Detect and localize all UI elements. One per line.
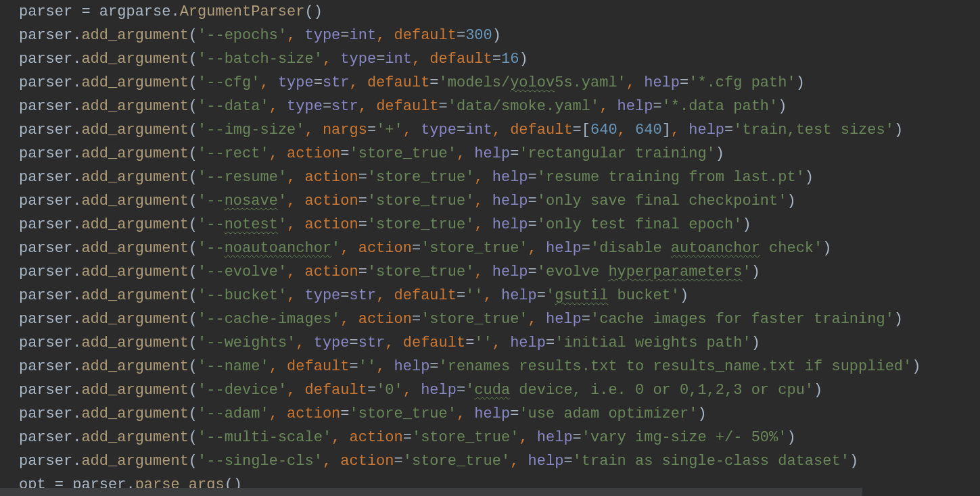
code-line[interactable]: parser.add_argument('--single-cls', acti… xyxy=(19,449,980,473)
code-token: ' xyxy=(465,382,474,399)
code-token: , xyxy=(412,51,429,68)
code-editor[interactable]: parser = argparse.ArgumentParser()parser… xyxy=(0,0,980,496)
code-line[interactable]: parser = argparse.ArgumentParser() xyxy=(19,0,980,24)
code-line[interactable]: parser.add_argument('--adam', action='st… xyxy=(19,402,980,426)
code-token: , xyxy=(340,240,358,257)
code-token: = xyxy=(340,145,349,162)
code-token: ) xyxy=(680,287,689,304)
code-token: parser. xyxy=(19,98,81,115)
code-token: '--cache-images' xyxy=(197,311,340,328)
code-token: parser = argparse. xyxy=(19,3,180,20)
code-token: = xyxy=(457,287,465,304)
code-token: type xyxy=(305,287,341,304)
code-token: ) xyxy=(519,51,528,68)
code-token: , xyxy=(457,145,474,162)
code-token: add_argument xyxy=(81,27,188,44)
code-line[interactable]: parser.add_argument('--cfg', type=str, d… xyxy=(19,71,980,95)
code-token: = xyxy=(367,382,376,399)
code-token: =[ xyxy=(573,122,590,139)
code-line[interactable]: parser.add_argument('--batch-size', type… xyxy=(19,47,980,71)
code-line[interactable]: parser.add_argument('--bucket', type=str… xyxy=(19,284,980,307)
code-token: ) xyxy=(742,216,751,233)
code-token: add_argument xyxy=(81,358,188,375)
code-token: = xyxy=(582,311,590,328)
code-line[interactable]: parser.add_argument('--multi-scale', act… xyxy=(19,426,980,449)
code-token: help xyxy=(528,453,564,470)
code-token: help xyxy=(546,240,582,257)
code-token: , xyxy=(528,311,546,328)
code-token: ( xyxy=(189,169,197,186)
code-line[interactable]: parser.add_argument('--notest', action='… xyxy=(19,213,980,237)
code-token: check' xyxy=(760,240,822,257)
code-line[interactable]: parser.add_argument('--noautoanchor', ac… xyxy=(19,237,980,260)
code-token: = xyxy=(457,382,465,399)
code-token: add_argument xyxy=(81,98,188,115)
code-token: help xyxy=(474,405,510,422)
code-token: , xyxy=(376,287,394,304)
code-token: action xyxy=(358,311,412,328)
code-token: parser. xyxy=(19,405,81,422)
code-line[interactable]: parser.add_argument('--evolve', action='… xyxy=(19,260,980,284)
code-line[interactable]: parser.add_argument('--nosave', action='… xyxy=(19,189,980,213)
code-line[interactable]: parser.add_argument('--cache-images', ac… xyxy=(19,307,980,331)
code-token: , xyxy=(331,429,349,446)
code-token: action xyxy=(305,216,358,233)
code-token: parser. xyxy=(19,216,81,233)
code-token: help xyxy=(546,311,582,328)
code-token: 'store_true' xyxy=(367,193,474,209)
code-token: parser. xyxy=(19,264,81,280)
code-token: = xyxy=(510,145,519,162)
code-token: action xyxy=(287,405,340,422)
code-token: type xyxy=(340,51,376,68)
code-token: parser. xyxy=(19,358,81,375)
code-token: 640 xyxy=(635,122,662,139)
code-token: 'initial weights path' xyxy=(555,334,751,351)
code-token: 16 xyxy=(501,51,519,68)
code-token: , xyxy=(671,122,689,139)
code-token: parser. xyxy=(19,453,81,470)
code-token: bucket' xyxy=(608,287,680,304)
code-line[interactable]: parser.add_argument('--device', default=… xyxy=(19,378,980,402)
code-token: ' xyxy=(331,240,340,257)
code-token: help xyxy=(644,74,680,91)
code-token: '--multi-scale' xyxy=(197,429,331,446)
code-token: 'models/ xyxy=(439,74,511,91)
code-token: 640 xyxy=(590,122,617,139)
code-token: ) xyxy=(751,334,760,351)
horizontal-scrollbar[interactable] xyxy=(0,488,862,496)
code-token: = xyxy=(563,453,572,470)
code-line[interactable]: parser.add_argument('--data', type=str, … xyxy=(19,95,980,118)
code-token: 'data/smoke.yaml' xyxy=(448,98,599,115)
code-token: () xyxy=(304,3,322,20)
code-line[interactable]: parser.add_argument('--img-size', nargs=… xyxy=(19,118,980,142)
code-token: ) xyxy=(912,358,920,375)
code-token: help xyxy=(617,98,653,115)
code-token: , xyxy=(287,27,304,44)
code-line[interactable]: parser.add_argument('--name', default=''… xyxy=(19,355,980,378)
code-token: , xyxy=(457,405,474,422)
code-token: = xyxy=(573,429,582,446)
code-token: add_argument xyxy=(81,51,188,68)
code-line[interactable]: parser.add_argument('--weights', type=st… xyxy=(19,331,980,355)
code-token: 'store_true' xyxy=(403,453,510,470)
code-token: = xyxy=(582,240,590,257)
code-token: ) xyxy=(814,382,822,399)
code-token: , xyxy=(626,74,644,91)
code-token: = xyxy=(358,216,367,233)
code-line[interactable]: parser.add_argument('--epochs', type=int… xyxy=(19,24,980,47)
code-token: ) xyxy=(787,193,795,209)
code-token: default xyxy=(510,122,572,139)
code-token: , xyxy=(287,287,304,304)
code-token: '+' xyxy=(376,122,403,139)
code-line[interactable]: parser.add_argument('--resume', action='… xyxy=(19,166,980,189)
code-token: ( xyxy=(189,453,197,470)
code-token: = xyxy=(429,74,438,91)
code-line[interactable]: parser.add_argument('--rect', action='st… xyxy=(19,142,980,166)
code-token: parser. xyxy=(19,311,81,328)
code-token: , xyxy=(474,169,492,186)
code-token: ) xyxy=(805,169,814,186)
code-token: , xyxy=(287,193,304,209)
code-token: default xyxy=(394,27,457,44)
code-token: '--name' xyxy=(197,358,269,375)
code-token: type xyxy=(278,74,314,91)
